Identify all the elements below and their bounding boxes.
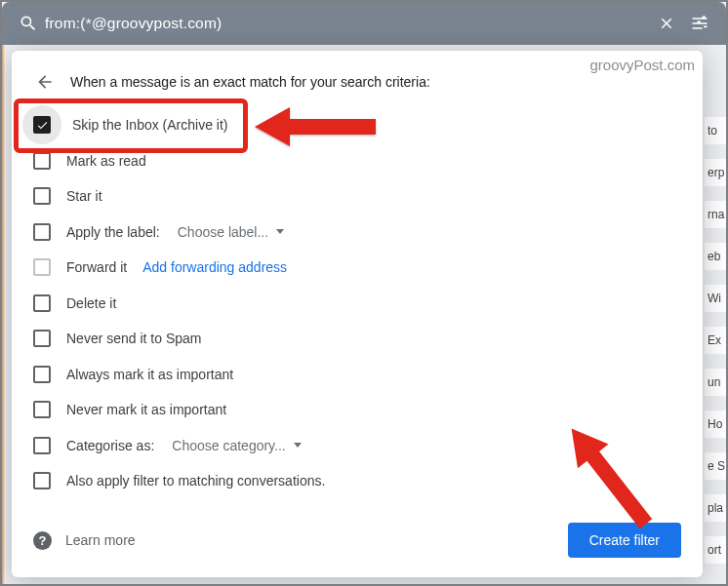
screenshot-frame xyxy=(0,0,728,586)
